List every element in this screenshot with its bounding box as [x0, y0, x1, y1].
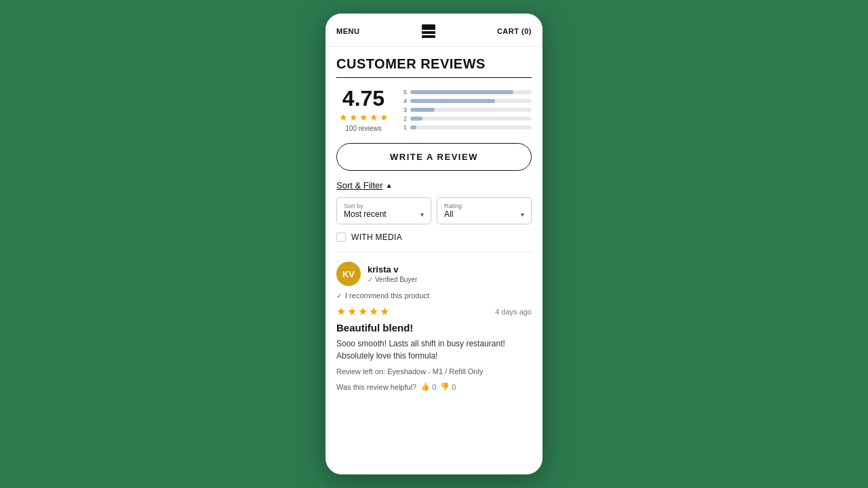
overall-stars: ★ ★ ★ ★ ★ — [339, 112, 389, 123]
helpful-row: Was this review helpful? 👍 0 👎 0 — [336, 382, 532, 391]
bar-track — [410, 125, 532, 129]
review-stars-row: ★ ★ ★ ★ ★ 4 days ago — [336, 305, 532, 318]
with-media-row: WITH MEDIA — [336, 232, 532, 242]
rating-label: Rating — [444, 203, 524, 209]
reviewer-name: krista v — [368, 264, 417, 274]
recommend-text: I recommend this product — [345, 291, 429, 300]
rating-number: 4.75 — [342, 87, 384, 109]
bar-track — [410, 99, 532, 103]
page-title: CUSTOMER REVIEWS — [336, 47, 532, 78]
with-media-label: WITH MEDIA — [351, 232, 402, 242]
svg-rect-0 — [422, 24, 435, 30]
with-media-checkbox[interactable] — [336, 232, 346, 242]
logo — [419, 22, 438, 41]
bar-row: 2 — [401, 115, 532, 122]
review-stars: ★ ★ ★ ★ ★ — [336, 305, 389, 318]
phone-frame: MENU CART (0) CUSTOMER REVIEWS 4.75 ★ ★ … — [326, 14, 542, 474]
thumbs-down-icon: 👎 — [440, 382, 450, 391]
filter-row: Sort by Most recent ▾ Rating All ▾ — [336, 197, 532, 224]
review-star-5: ★ — [380, 305, 389, 318]
review-product: Review left on: Eyeshadow - M1 / Refill … — [336, 367, 532, 375]
review-body: Sooo smooth! Lasts all shift in busy res… — [336, 338, 532, 362]
bar-row: 4 — [401, 98, 532, 104]
review-date: 4 days ago — [495, 308, 532, 316]
review-star-1: ★ — [336, 305, 346, 318]
sort-chevron-down-icon: ▾ — [420, 211, 424, 218]
sort-by-value: Most recent — [344, 209, 387, 219]
rating-summary: 4.75 ★ ★ ★ ★ ★ 100 reviews 5 4 — [336, 87, 532, 132]
divider — [336, 251, 532, 252]
content-area: CUSTOMER REVIEWS 4.75 ★ ★ ★ ★ ★ 100 revi… — [326, 47, 542, 474]
star-4: ★ — [370, 112, 378, 123]
sort-filter-label: Sort & Filter — [336, 180, 383, 190]
cart-button[interactable]: CART (0) — [497, 27, 532, 35]
thumbs-up-icon: 👍 — [420, 382, 430, 391]
header: MENU CART (0) — [326, 14, 542, 47]
bar-fill — [410, 99, 495, 103]
review-count: 100 reviews — [345, 125, 381, 132]
bar-row: 1 — [401, 124, 532, 131]
star-1: ★ — [339, 112, 348, 123]
verified-label: Verified Buyer — [375, 276, 417, 283]
bar-label: 1 — [401, 124, 407, 131]
chevron-up-icon: ▲ — [386, 182, 393, 189]
reviewer-header: KV krista v ✓ Verified Buyer — [336, 262, 532, 286]
svg-rect-2 — [422, 35, 435, 38]
thumbs-up-count: 0 — [432, 383, 436, 391]
bar-fill — [410, 117, 422, 121]
review-star-3: ★ — [358, 305, 368, 318]
helpful-label: Was this review helpful? — [336, 383, 416, 391]
rating-value: All — [444, 209, 453, 219]
sort-by-label: Sort by — [344, 203, 424, 209]
thumbs-up-button[interactable]: 👍 0 — [420, 382, 436, 391]
bar-fill — [410, 125, 416, 129]
verified-badge: ✓ Verified Buyer — [368, 276, 417, 283]
bar-fill — [410, 90, 513, 94]
review-star-4: ★ — [369, 305, 378, 318]
bar-row: 5 — [401, 89, 532, 96]
review-star-2: ★ — [347, 305, 357, 318]
rating-chevron-down-icon: ▾ — [521, 211, 524, 218]
thumbs-down-button[interactable]: 👎 0 — [440, 382, 456, 391]
review-card: KV krista v ✓ Verified Buyer ✓ I recomme… — [336, 262, 532, 402]
rating-bars: 5 4 3 2 1 — [401, 87, 532, 132]
recommend-row: ✓ I recommend this product — [336, 291, 532, 300]
reviewer-info: krista v ✓ Verified Buyer — [368, 264, 417, 283]
recommend-check-icon: ✓ — [336, 292, 342, 300]
sort-filter-toggle[interactable]: Sort & Filter ▲ — [336, 180, 532, 190]
bar-row: 3 — [401, 106, 532, 113]
verified-check-icon: ✓ — [368, 276, 373, 283]
overall-rating: 4.75 ★ ★ ★ ★ ★ 100 reviews — [336, 87, 391, 132]
svg-rect-1 — [422, 31, 435, 34]
bar-label: 2 — [401, 115, 407, 122]
bar-label: 3 — [401, 106, 407, 113]
star-3: ★ — [359, 112, 368, 123]
avatar: KV — [336, 262, 361, 286]
bar-label: 4 — [401, 98, 407, 104]
rating-dropdown[interactable]: Rating All ▾ — [437, 197, 532, 224]
review-title: Beautiful blend! — [336, 322, 532, 333]
sort-by-dropdown[interactable]: Sort by Most recent ▾ — [336, 197, 431, 224]
avatar-initials: KV — [342, 269, 355, 279]
thumbs-down-count: 0 — [452, 383, 456, 391]
write-review-button[interactable]: WRITE A REVIEW — [336, 143, 532, 171]
bar-label: 5 — [401, 89, 407, 96]
menu-button[interactable]: MENU — [336, 27, 359, 35]
bar-track — [410, 108, 532, 112]
star-5: ★ — [380, 112, 389, 123]
star-2: ★ — [349, 112, 358, 123]
bar-track — [410, 117, 532, 121]
bar-fill — [410, 108, 435, 112]
bar-track — [410, 90, 532, 94]
